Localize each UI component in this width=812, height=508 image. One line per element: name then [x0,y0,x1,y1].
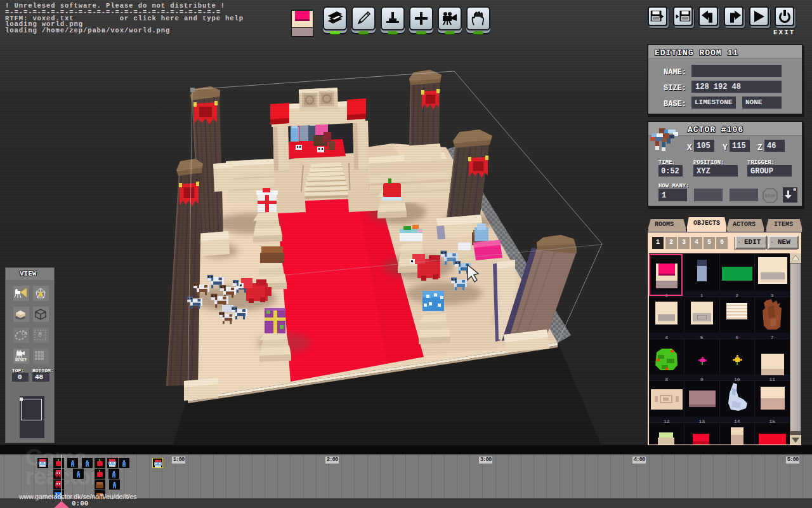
svg-text:STOP: STOP [765,194,776,199]
svg-text:RESET: RESET [15,358,27,362]
